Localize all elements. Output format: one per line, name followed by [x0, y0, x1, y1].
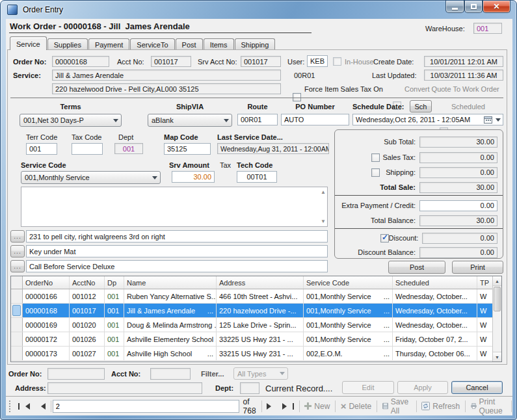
cell-name: Jill & James Arendale... [124, 304, 217, 317]
column-header-scheduled[interactable]: Scheduled [393, 276, 477, 289]
scroll-down-icon[interactable]: ▼ [493, 352, 501, 361]
terr-code-field[interactable]: 001 [26, 143, 57, 155]
cell-address: 125 Lake Drive - Sprin... [217, 318, 304, 332]
close-button[interactable]: ✕ [483, 1, 510, 13]
shipping-checkbox[interactable] [371, 168, 380, 177]
route-field[interactable]: 00R01 [237, 114, 278, 125]
cancel-button[interactable]: Cancel [451, 381, 503, 394]
filter-dropdown[interactable]: All Types [233, 367, 288, 380]
column-header-tp[interactable]: TP [477, 276, 494, 289]
discount-checkbox[interactable] [380, 234, 389, 243]
cell-dp: 001 [105, 304, 124, 317]
printer-icon [471, 402, 477, 410]
scroll-up-icon[interactable]: ▲ [321, 189, 326, 195]
cell-acctno: 001012 [70, 289, 105, 303]
maximize-button[interactable] [464, 1, 483, 13]
sales-tax-label: Sales Tax: [380, 153, 419, 161]
directions-ellipsis-button[interactable]: ... [10, 230, 25, 243]
refresh-button[interactable]: Refresh [418, 402, 464, 411]
convert-quote-label: Convert Quote To Work Order [404, 85, 499, 93]
post-button[interactable]: Post [388, 261, 445, 274]
save-all-button[interactable]: Save All [378, 397, 415, 415]
tab-supplies[interactable]: Supplies [47, 38, 88, 50]
column-header-acctno[interactable]: AcctNo [70, 276, 105, 289]
table-row[interactable]: 00000168001017001Jill & James Arendale..… [11, 304, 501, 318]
print-button[interactable]: Print [452, 261, 503, 274]
cell-name: Ruben Yancy Alternative S... [124, 289, 217, 303]
row-selector[interactable] [11, 347, 23, 360]
next-record-button[interactable] [263, 403, 278, 410]
sales-tax-checkbox[interactable] [371, 153, 380, 162]
apply-button[interactable]: Apply [397, 381, 448, 394]
sub-total-label: Sub Total: [340, 138, 419, 146]
tech-code-label: Tech Code [237, 161, 272, 169]
cell-address: 220 hazelwood Drive -... [217, 304, 304, 317]
footer-dept-field[interactable] [240, 382, 259, 394]
note2-field[interactable]: Key under Mat [26, 245, 328, 257]
tab-items[interactable]: Items [204, 38, 234, 50]
last-service-date-field: Wednesday,Aug 31, 2011 - 12:00AM [217, 143, 329, 154]
table-row[interactable]: 00000172001026001Ashville Elementery Sch… [11, 332, 501, 347]
footer-address-field[interactable] [47, 382, 202, 394]
in-house-checkbox[interactable] [333, 57, 341, 66]
delete-button[interactable]: ×Delete [337, 402, 375, 411]
footer-acct-no-field[interactable] [150, 368, 191, 380]
maximize-icon [471, 4, 477, 9]
column-header-name[interactable]: Name [124, 276, 217, 289]
record-position-input[interactable] [53, 400, 239, 413]
note3-field[interactable]: Call Before Service Deluxe [26, 260, 328, 272]
shipvia-dropdown[interactable]: aBlank [148, 114, 232, 127]
sch-button[interactable]: Sch [410, 100, 432, 112]
column-header-dp[interactable]: Dp [105, 276, 124, 289]
tax-code-field[interactable] [72, 143, 103, 155]
service-code-dropdown[interactable]: 001,Monthly Service [21, 171, 161, 184]
edit-button[interactable]: Edit [342, 381, 394, 394]
scroll-up-icon[interactable]: ▲ [493, 276, 501, 286]
table-row[interactable]: 00000166001012001Ruben Yancy Alternative… [11, 289, 501, 304]
row-selector[interactable] [11, 289, 23, 303]
po-number-field[interactable]: AUTO [281, 114, 349, 125]
srv-amount-field[interactable]: 30.00 [172, 171, 215, 183]
note3-ellipsis-button[interactable]: ... [10, 260, 25, 272]
cell-orderno: 00000168 [23, 304, 70, 317]
row-selector[interactable] [11, 318, 23, 332]
note2-ellipsis-button[interactable]: ... [10, 245, 25, 257]
map-code-field[interactable]: 35125 [164, 143, 211, 155]
table-row[interactable]: 00000173001027001Ashville High School...… [11, 347, 501, 361]
toolbar-grip[interactable] [9, 400, 10, 412]
title-bar[interactable]: Order Entry ✕ [1, 1, 516, 19]
service-notes-textarea[interactable]: ▲ ▼ [21, 187, 328, 227]
row-selector[interactable] [11, 332, 23, 346]
new-button[interactable]: New [300, 402, 334, 411]
scrollbar-thumb[interactable] [494, 287, 501, 311]
cell-scheduled: Friday, October 07, 2... [393, 332, 477, 346]
chevron-down-icon [150, 172, 160, 183]
terms-dropdown[interactable]: 001,Net 30 Days-P [20, 114, 122, 127]
tab-serviceto[interactable]: ServiceTo [130, 38, 174, 50]
table-row[interactable]: 00000169001020001Doug & Melinda Armstron… [11, 318, 501, 332]
print-queue-button[interactable]: Print Queue [467, 397, 510, 415]
column-header-service-code[interactable]: Service Code [304, 276, 393, 289]
directions-field[interactable]: 231 to pell city, right walgreens 3rd on… [26, 230, 328, 243]
tech-code-field[interactable]: 00T01 [237, 171, 277, 183]
schedule-date-picker[interactable]: Wednesday,Oct 26, 2011 - 12:05AM [352, 114, 503, 125]
footer-order-no-field[interactable] [47, 368, 105, 380]
last-record-button[interactable] [278, 403, 298, 410]
tax-code-label: Tax Code [72, 133, 101, 141]
grid-vertical-scrollbar[interactable]: ▲ ▼ [492, 276, 501, 361]
first-record-button[interactable] [14, 403, 34, 410]
row-selector[interactable] [11, 304, 23, 317]
minimize-button[interactable] [445, 1, 464, 13]
tab-payment[interactable]: Payment [88, 38, 129, 50]
column-header-address[interactable]: Address [217, 276, 304, 289]
cell-orderno: 00000173 [23, 347, 70, 360]
user-field[interactable]: KEB [307, 55, 328, 67]
extra-payment-field[interactable]: 0.00 [419, 200, 497, 211]
tab-post[interactable]: Post [176, 38, 203, 50]
column-header-orderno[interactable]: OrderNo [23, 276, 70, 289]
previous-record-button[interactable] [34, 403, 49, 410]
tab-service[interactable]: Service [10, 36, 47, 50]
tab-shipping[interactable]: Shipping [235, 38, 276, 50]
chevron-down-icon [494, 116, 503, 124]
scroll-down-icon[interactable]: ▼ [321, 218, 326, 224]
